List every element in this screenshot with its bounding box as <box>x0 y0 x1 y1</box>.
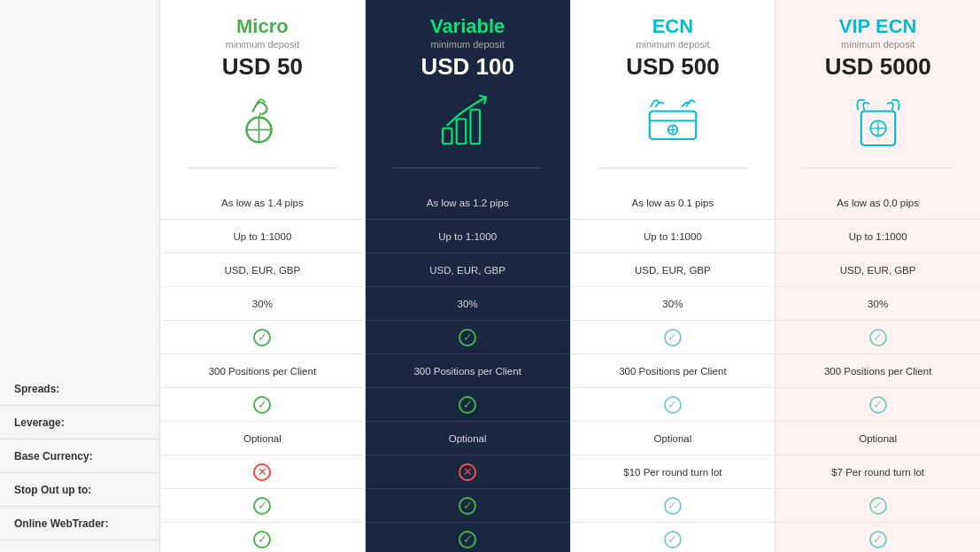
plan-row-variable-3: 30% <box>366 287 570 321</box>
plan-row-variable-4: ✓ <box>366 321 570 354</box>
row-text: As low as 0.0 pips <box>837 198 919 208</box>
plan-header-variable: Variableminimum depositUSD 100 <box>366 0 570 186</box>
plan-row-ecn-7: Optional <box>571 422 776 455</box>
plan-row-vip-ecn-1: Up to 1:1000 <box>776 220 980 253</box>
plan-row-ecn-9: ✓ <box>571 489 776 523</box>
plan-row-variable-0: As low as 1.2 pips <box>366 186 570 220</box>
label-row: Stop Out up to: <box>0 473 159 507</box>
plan-row-ecn-5: 300 Positions per Client <box>571 354 776 388</box>
plan-amount-variable: USD 100 <box>421 53 514 81</box>
plan-row-variable-2: USD, EUR, GBP <box>366 253 570 287</box>
cross-icon-dark: ✕ <box>459 463 476 481</box>
plan-amount-ecn: USD 500 <box>626 53 720 81</box>
cross-icon: ✕ <box>253 463 271 481</box>
plan-row-micro-8: ✕ <box>160 455 365 489</box>
row-text: 300 Positions per Client <box>824 366 931 377</box>
plan-row-vip-ecn-5: 300 Positions per Client <box>776 354 980 388</box>
plan-header-micro: Microminimum depositUSD 50 <box>160 0 365 186</box>
label-row: Maximum Orders: <box>0 540 159 552</box>
plan-row-micro-7: Optional <box>160 422 365 455</box>
label-row: Online WebTrader: <box>0 507 159 540</box>
plan-row-ecn-0: As low as 0.1 pips <box>571 186 776 220</box>
row-text: Optional <box>859 433 897 444</box>
svg-rect-5 <box>457 119 467 144</box>
label-row: Base Currency: <box>0 439 159 473</box>
plan-row-micro-10: ✓ <box>160 523 365 552</box>
row-text: USD, EUR, GBP <box>225 265 301 276</box>
row-text: 300 Positions per Client <box>413 366 521 377</box>
check-icon-light: ✓ <box>869 497 887 515</box>
plan-column-micro: Microminimum depositUSD 50 As low as 1.4… <box>159 0 365 552</box>
row-text: USD, EUR, GBP <box>429 265 505 276</box>
check-icon-light: ✓ <box>664 396 682 414</box>
plan-icon-ecn <box>642 89 704 152</box>
row-text: 30% <box>458 299 478 309</box>
plan-name-ecn: ECN <box>652 16 693 37</box>
row-text: 300 Positions per Client <box>619 366 726 377</box>
check-icon: ✓ <box>253 531 271 548</box>
check-icon: ✓ <box>459 531 476 548</box>
row-text: $10 Per round turn lot <box>623 467 721 478</box>
row-text: Optional <box>449 433 487 444</box>
plan-row-vip-ecn-4: ✓ <box>776 321 980 354</box>
check-icon: ✓ <box>253 396 271 414</box>
plan-name-variable: Variable <box>430 16 505 37</box>
row-text: As low as 1.2 pips <box>427 198 509 208</box>
check-icon-light: ✓ <box>664 497 682 515</box>
plan-row-micro-4: ✓ <box>160 321 365 354</box>
row-text: Up to 1:1000 <box>233 231 291 242</box>
plan-row-micro-3: 30% <box>160 287 365 321</box>
row-text: Up to 1:1000 <box>438 231 497 242</box>
plan-row-vip-ecn-7: Optional <box>776 422 980 455</box>
plan-row-vip-ecn-6: ✓ <box>776 388 980 422</box>
plan-row-vip-ecn-3: 30% <box>776 287 980 321</box>
plan-row-ecn-1: Up to 1:1000 <box>571 220 776 253</box>
row-text: Optional <box>243 433 282 444</box>
plan-header-ecn: ECNminimum depositUSD 500 <box>571 0 776 186</box>
svg-rect-4 <box>443 128 452 144</box>
check-icon: ✓ <box>253 329 271 346</box>
check-icon: ✓ <box>459 497 476 515</box>
plan-divider-variable <box>393 167 543 168</box>
row-text: 30% <box>252 299 273 309</box>
min-deposit-label-variable: minimum deposit <box>431 39 505 50</box>
row-text: USD, EUR, GBP <box>840 265 916 276</box>
plan-row-ecn-3: 30% <box>571 287 776 321</box>
row-text: Up to 1:1000 <box>849 231 907 242</box>
plan-row-variable-10: ✓ <box>366 523 570 552</box>
check-icon: ✓ <box>459 396 476 414</box>
plan-row-ecn-4: ✓ <box>571 321 776 354</box>
label-row: Leverage: <box>0 406 159 439</box>
row-text: As low as 1.4 pips <box>221 198 304 208</box>
check-icon-light: ✓ <box>869 396 887 414</box>
plan-row-variable-1: Up to 1:1000 <box>366 220 570 253</box>
plan-name-micro: Micro <box>236 16 289 37</box>
plan-row-micro-0: As low as 1.4 pips <box>160 186 365 220</box>
label-row: Spreads: <box>0 372 159 406</box>
plan-amount-vip-ecn: USD 5000 <box>825 53 931 81</box>
row-text: 300 Positions per Client <box>209 366 316 377</box>
plan-icon-vip-ecn <box>847 89 909 152</box>
plan-row-ecn-6: ✓ <box>571 388 776 422</box>
plan-row-variable-8: ✕ <box>366 455 570 489</box>
plan-name-vip-ecn: VIP ECN <box>839 16 917 37</box>
plan-column-variable: Variableminimum depositUSD 100 As low as… <box>365 0 570 552</box>
plan-row-micro-9: ✓ <box>160 489 365 523</box>
row-text: As low as 0.1 pips <box>632 198 714 208</box>
row-text: USD, EUR, GBP <box>635 265 711 276</box>
plan-row-micro-6: ✓ <box>160 388 365 422</box>
comparison-table: Spreads:Leverage:Base Currency:Stop Out … <box>0 0 980 552</box>
plan-row-variable-6: ✓ <box>366 388 570 422</box>
svg-rect-6 <box>471 110 481 144</box>
plan-divider-micro <box>188 167 337 168</box>
plan-row-micro-1: Up to 1:1000 <box>160 220 365 253</box>
plan-icon-micro <box>231 89 293 152</box>
plan-row-vip-ecn-0: As low as 0.0 pips <box>776 186 980 220</box>
min-deposit-label-ecn: minimum deposit <box>636 39 709 50</box>
plan-divider-vip-ecn <box>803 167 953 168</box>
plan-row-ecn-2: USD, EUR, GBP <box>571 253 776 287</box>
plan-header-vip-ecn: VIP ECNminimum depositUSD 5000 <box>776 0 980 186</box>
plan-row-vip-ecn-8: $7 Per round turn lot <box>776 455 980 489</box>
check-icon-light: ✓ <box>869 329 887 346</box>
plan-row-variable-7: Optional <box>366 422 570 455</box>
